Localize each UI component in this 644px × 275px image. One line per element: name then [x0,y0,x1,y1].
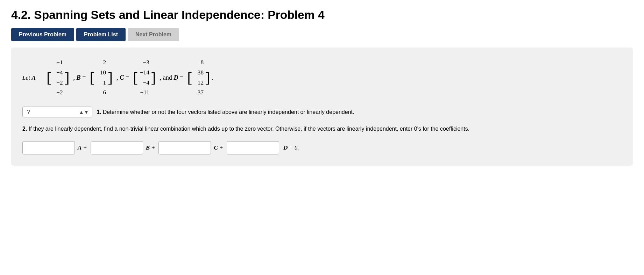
vector-B-values: 2 10 1 6 [95,57,107,98]
let-text: Let A = [22,74,41,81]
bracket-left-D: [ [187,71,192,85]
question1-content: Determine whether or not the four vector… [103,109,354,115]
answer-dropdown-wrap[interactable]: ? Linearly Independent Linearly Dependen… [22,107,92,117]
vectors-row: Let A = [ −1 −4 −2 −2 ] , B = [ 2 10 1 6… [22,57,622,98]
bracket-right-B: ] [108,71,113,85]
question1-number: 1. [97,109,101,115]
question1-row: ? Linearly Independent Linearly Dependen… [22,107,622,117]
end-period: . [212,74,214,82]
answer-dropdown[interactable]: ? Linearly Independent Linearly Dependen… [22,107,92,117]
bracket-right-D: ] [205,71,210,85]
bracket-left-A: [ [47,71,51,85]
separator-CD: , and D = [160,74,184,81]
vector-A-values: −1 −4 −2 −2 [52,57,64,98]
coeff-D-input[interactable] [227,141,279,154]
coeff-C-label: C + [214,144,223,151]
bracket-left-C: [ [133,71,138,85]
eq-zero-label: D = 0. [283,144,299,151]
bracket-right-C: ] [151,71,156,85]
vector-B: [ 2 10 1 6 ] [89,57,113,98]
bracket-right-A: ] [65,71,70,85]
vector-D-values: 8 38 12 37 [192,57,205,98]
separator-BC: , C = [116,74,129,81]
page-title: 4.2. Spanning Sets and Linear Independen… [11,8,633,22]
coeff-B-label: B + [146,144,155,151]
question1-text: 1. Determine whether or not the four vec… [97,109,354,115]
nav-buttons: Previous Problem Problem List Next Probl… [11,28,633,41]
coeff-A-label: A + [78,144,87,151]
vector-C: [ −3 −14 −4 −11 ] [133,57,156,98]
separator-AB: , B = [73,74,86,81]
vector-A: [ −1 −4 −2 −2 ] [46,57,70,98]
next-problem-button: Next Problem [128,28,179,41]
question2-content: If they are linearly dependent, find a n… [29,126,469,132]
coeff-A-input[interactable] [22,141,75,154]
previous-problem-button[interactable]: Previous Problem [11,28,74,41]
vector-D: [ 8 38 12 37 ] [187,57,211,98]
vector-C-values: −3 −14 −4 −11 [138,57,151,98]
question2-number: 2. [22,126,27,132]
bracket-left-B: [ [90,71,94,85]
question2-text: 2. If they are linearly dependent, find … [22,124,622,133]
problem-container: Let A = [ −1 −4 −2 −2 ] , B = [ 2 10 1 6… [11,48,633,166]
problem-list-button[interactable]: Problem List [76,28,126,41]
coefficients-row: A + B + C + D = 0. [22,141,622,154]
coeff-C-input[interactable] [158,141,211,154]
coeff-B-input[interactable] [91,141,143,154]
